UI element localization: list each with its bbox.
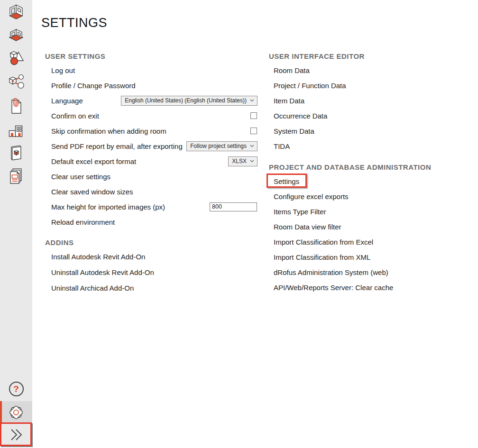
sidebar-item-attachments[interactable] — [0, 96, 32, 117]
row-room-data: Room Data — [269, 63, 473, 78]
max-height-input[interactable] — [210, 202, 257, 211]
section-user-settings: USER SETTINGS — [45, 49, 257, 63]
expand-sidebar-button[interactable] — [0, 423, 32, 446]
sidebar-item-reports[interactable] — [0, 166, 32, 187]
row-drofus-admin-system: dRofus Administration System (web) — [269, 265, 473, 280]
row-install-revit: Install Autodesk Revit Add-On — [45, 249, 257, 265]
uninstall-archicad-addon-link[interactable]: Uninstall Archicad Add-On — [51, 284, 134, 292]
confirm-on-exit-checkbox[interactable] — [250, 112, 257, 119]
send-pdf-select[interactable]: Follow project settings — [186, 141, 257, 151]
skip-confirmation-label: Skip confirmation when adding room — [51, 127, 166, 135]
sidebar-item-buildings[interactable] — [0, 119, 32, 140]
row-max-height: Max height for imported images (px) — [45, 199, 257, 214]
row-system-data: System Data — [269, 123, 473, 138]
gear-icon — [7, 403, 25, 421]
rooms-icon — [7, 3, 26, 22]
settings-page: ? SETTINGS USER SETTINGS Log o — [0, 0, 478, 448]
chevron-down-icon — [250, 145, 254, 147]
language-select[interactable]: English (United States) (English (United… — [121, 96, 257, 106]
project-function-data-link[interactable]: Project / Function Data — [274, 82, 346, 90]
send-pdf-label: Send PDF report by email, after exportin… — [51, 142, 183, 150]
row-import-classification-excel: Import Classification from Excel — [269, 234, 473, 249]
row-occurrence-data: Occurrence Data — [269, 108, 473, 123]
chevron-down-icon — [250, 99, 254, 102]
row-clear-window-sizes: Clear saved window sizes — [45, 184, 257, 199]
import-classification-excel-link[interactable]: Import Classification from Excel — [274, 238, 373, 246]
uninstall-revit-addon-link[interactable]: Uninstall Autodesk Revit Add-On — [51, 268, 154, 276]
row-profile: Profile / Change Password — [45, 78, 257, 93]
row-send-pdf: Send PDF report by email, after exportin… — [45, 138, 257, 154]
excel-format-select[interactable]: XLSX — [228, 156, 257, 166]
reports-icon — [7, 167, 26, 186]
items-type-filter-link[interactable]: Items Type Filter — [274, 208, 326, 216]
row-log-out: Log out — [45, 63, 257, 78]
items-icon — [7, 49, 26, 68]
row-tida: TIDA — [269, 138, 473, 154]
sidebar-item-room-data[interactable] — [0, 25, 32, 46]
import-classification-xml-link[interactable]: Import Classification from XML — [274, 253, 370, 261]
systems-icon — [7, 73, 26, 91]
row-room-data-view-filter: Room Data view filter — [269, 219, 473, 234]
sidebar-item-settings-active[interactable] — [0, 401, 32, 423]
row-configure-excel-exports: Configure excel exports — [269, 189, 473, 204]
room-data-icon — [7, 26, 26, 45]
excel-format-label: Default excel export format — [51, 157, 136, 165]
help-question-icon: ? — [9, 382, 24, 396]
row-uninstall-archicad: Uninstall Archicad Add-On — [45, 280, 257, 296]
chevron-down-icon — [250, 160, 254, 163]
row-skip-confirmation: Skip confirmation when adding room — [45, 123, 257, 138]
buildings-icon — [7, 120, 26, 139]
row-language: Language English (United States) (Englis… — [45, 93, 257, 108]
clear-saved-window-sizes-link[interactable]: Clear saved window sizes — [51, 188, 133, 196]
item-box-icon — [7, 144, 26, 163]
clear-user-settings-link[interactable]: Clear user settings — [51, 173, 110, 181]
skip-confirmation-checkbox[interactable] — [250, 128, 257, 134]
reload-environment-link[interactable]: Reload environment — [51, 218, 115, 226]
row-project-function-data: Project / Function Data — [269, 78, 473, 93]
row-reload-environment: Reload environment — [45, 214, 257, 229]
item-data-link[interactable]: Item Data — [274, 97, 304, 105]
sidebar-item-item-box[interactable] — [0, 143, 32, 164]
section-ui-editor: USER INTERFACE EDITOR — [269, 49, 473, 63]
install-revit-addon-link[interactable]: Install Autodesk Revit Add-On — [51, 253, 145, 261]
row-confirm-on-exit: Confirm on exit — [45, 108, 257, 123]
tida-link[interactable]: TIDA — [274, 142, 290, 150]
row-item-data: Item Data — [269, 93, 473, 108]
sidebar-item-rooms[interactable] — [0, 2, 32, 23]
room-data-link[interactable]: Room Data — [274, 66, 310, 74]
sidebar-item-systems[interactable] — [0, 72, 32, 92]
row-import-classification-xml: Import Classification from XML — [269, 249, 473, 265]
sidebar: ? — [0, 0, 32, 446]
row-admin-settings: Settings — [269, 174, 473, 189]
left-column: USER SETTINGS Log out Profile / Change P… — [45, 49, 257, 296]
row-clear-cache: API/Web/Reports Server: Clear cache — [269, 280, 473, 295]
page-title: SETTINGS — [41, 16, 107, 30]
help-button[interactable]: ? — [0, 378, 32, 399]
room-data-view-filter-link[interactable]: Room Data view filter — [274, 223, 341, 231]
log-out-link[interactable]: Log out — [51, 66, 75, 74]
sidebar-item-items[interactable] — [0, 48, 32, 69]
system-data-link[interactable]: System Data — [274, 127, 314, 135]
confirm-on-exit-label: Confirm on exit — [51, 112, 99, 120]
configure-excel-exports-link[interactable]: Configure excel exports — [274, 192, 349, 201]
max-height-label: Max height for imported images (px) — [51, 203, 165, 211]
clear-cache-link[interactable]: API/Web/Reports Server: Clear cache — [274, 283, 393, 292]
attachments-icon — [7, 97, 26, 116]
drofus-admin-system-link[interactable]: dRofus Administration System (web) — [274, 268, 388, 276]
profile-change-password-link[interactable]: Profile / Change Password — [51, 82, 136, 90]
row-items-type-filter: Items Type Filter — [269, 204, 473, 219]
occurrence-data-link[interactable]: Occurrence Data — [274, 112, 327, 120]
row-clear-user-settings: Clear user settings — [45, 169, 257, 184]
right-column: USER INTERFACE EDITOR Room Data Project … — [269, 49, 473, 295]
language-label: Language — [51, 97, 83, 105]
row-uninstall-revit: Uninstall Autodesk Revit Add-On — [45, 265, 257, 280]
admin-settings-link[interactable]: Settings — [274, 177, 299, 185]
row-excel-format: Default excel export format XLSX — [45, 154, 257, 169]
section-addins: ADDINS — [45, 236, 257, 249]
double-chevron-right-icon — [8, 428, 24, 442]
section-project-admin: PROJECT AND DATABASE ADMINISTRATION — [269, 160, 473, 174]
